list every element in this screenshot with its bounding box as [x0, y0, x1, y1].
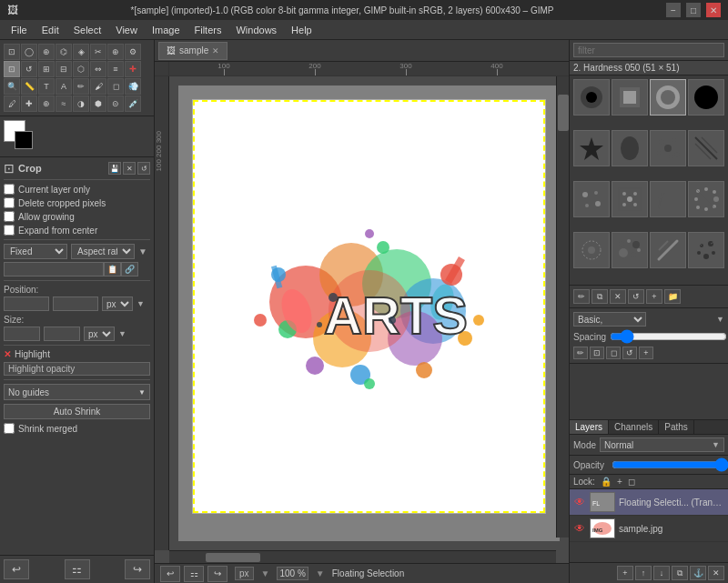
- unit-label[interactable]: px: [235, 567, 254, 580]
- tool-rotate[interactable]: ↺: [21, 61, 37, 77]
- tool-zoom[interactable]: 🔍: [4, 78, 20, 95]
- brush-item-13[interactable]: [573, 232, 610, 268]
- tool-scissors[interactable]: ✂: [90, 44, 106, 60]
- tool-options-save[interactable]: 💾: [108, 162, 121, 175]
- preset-arrow[interactable]: ▼: [716, 315, 724, 324]
- tool-move[interactable]: ✛: [125, 61, 141, 77]
- brush-action-5[interactable]: +: [639, 347, 653, 359]
- size-unit-select[interactable]: px: [84, 327, 115, 341]
- size-unit-arrow[interactable]: ▼: [118, 329, 126, 338]
- shrink-merged-checkbox[interactable]: [4, 423, 15, 434]
- tool-blend[interactable]: ⊝: [107, 95, 124, 112]
- canvas-scrollbar-bottom[interactable]: [169, 550, 556, 563]
- layer-item-sample[interactable]: 👁 IMG sample.jpg: [570, 516, 728, 542]
- brush-item-1[interactable]: [573, 79, 610, 116]
- tool-pencil[interactable]: ✏: [73, 78, 89, 95]
- undo-button[interactable]: ↩: [4, 559, 29, 579]
- brush-item-6[interactable]: [612, 130, 648, 166]
- tool-options-delete[interactable]: ✕: [123, 162, 136, 175]
- tool-align[interactable]: ≡: [107, 61, 124, 77]
- highlight-opacity-input[interactable]: 50.0: [114, 364, 146, 374]
- aspect-ratio-select[interactable]: Aspect ratio: [71, 244, 135, 259]
- redo-button[interactable]: ↪: [125, 559, 150, 579]
- crop-value-copy-btn[interactable]: 📋: [104, 262, 121, 276]
- restore-button[interactable]: ⚏: [65, 559, 90, 579]
- scrollbar-thumb-right[interactable]: [558, 95, 569, 131]
- position-x-input[interactable]: 167: [4, 297, 49, 311]
- tab-layers[interactable]: Layers: [570, 420, 609, 434]
- allow-growing-checkbox[interactable]: [4, 211, 15, 222]
- minimize-button[interactable]: −: [666, 3, 681, 17]
- layers-mode-select[interactable]: Normal ▼: [600, 437, 724, 452]
- brush-item-5[interactable]: [573, 130, 610, 166]
- undo-history-btn[interactable]: ↩: [160, 566, 180, 582]
- tool-smudge[interactable]: ≈: [56, 95, 72, 112]
- brush-action-4[interactable]: ↺: [622, 347, 637, 359]
- position-unit-select[interactable]: px: [102, 297, 133, 311]
- size-w-input[interactable]: 0: [4, 327, 40, 341]
- spacing-slider[interactable]: [610, 329, 727, 344]
- brush-item-14[interactable]: [612, 232, 648, 268]
- menu-select[interactable]: Select: [66, 23, 109, 37]
- brush-action-3[interactable]: ◻: [606, 347, 621, 359]
- lock-position-icon[interactable]: +: [617, 477, 622, 487]
- color-swatches[interactable]: [4, 120, 36, 153]
- layer-visibility-sample[interactable]: 👁: [573, 522, 586, 535]
- tool-scale[interactable]: ⊞: [38, 61, 55, 77]
- tool-clone[interactable]: ⊕: [38, 95, 55, 112]
- raise-layer-btn[interactable]: ↑: [635, 566, 652, 580]
- brush-item-15[interactable]: [650, 232, 686, 268]
- brush-item-2[interactable]: [612, 79, 648, 116]
- menu-file[interactable]: File: [4, 23, 35, 37]
- tool-perspective[interactable]: ⬡: [73, 61, 89, 77]
- canvas-tab-close[interactable]: ✕: [212, 46, 219, 55]
- tool-select-fuzzy[interactable]: ⌬: [56, 44, 72, 60]
- tool-eraser[interactable]: ◻: [107, 78, 124, 95]
- tool-flip[interactable]: ⇔: [90, 61, 106, 77]
- tool-options-reset[interactable]: ↺: [137, 162, 150, 175]
- brush-action-2[interactable]: ⊡: [590, 347, 604, 359]
- layer-item-floating[interactable]: 👁 FL Floating Selecti... (Transformation…: [570, 489, 728, 516]
- brush-duplicate-btn[interactable]: ⧉: [592, 289, 608, 304]
- tool-airbrush[interactable]: 💨: [125, 78, 141, 95]
- auto-shrink-button[interactable]: Auto Shrink: [4, 404, 150, 419]
- brush-edit-btn[interactable]: ✏: [573, 289, 590, 304]
- position-y-input[interactable]: -17: [53, 297, 98, 311]
- lock-pixels-icon[interactable]: 🔒: [601, 477, 612, 487]
- menu-edit[interactable]: Edit: [35, 23, 66, 37]
- tool-color-picker[interactable]: 💉: [125, 95, 141, 112]
- brush-item-12[interactable]: [688, 181, 724, 217]
- tab-channels[interactable]: Channels: [609, 420, 659, 434]
- brush-delete-btn[interactable]: ✕: [610, 289, 626, 304]
- brush-item-10[interactable]: [612, 181, 648, 217]
- position-unit-arrow[interactable]: ▼: [136, 299, 145, 308]
- tool-select-rect[interactable]: ⊡: [4, 44, 20, 60]
- delete-layer-btn[interactable]: ✕: [708, 566, 724, 580]
- crop-value-chain-btn[interactable]: 🔗: [121, 262, 138, 276]
- tool-ink[interactable]: 🖊: [4, 95, 20, 112]
- tool-select-color[interactable]: ◈: [73, 44, 89, 60]
- lock-alpha-icon[interactable]: ◻: [628, 477, 635, 487]
- guides-dropdown[interactable]: No guides ▼: [4, 384, 150, 400]
- menu-image[interactable]: Image: [145, 23, 187, 37]
- menu-filters[interactable]: Filters: [187, 23, 229, 37]
- crop-value-input[interactable]: 600:430: [4, 262, 104, 276]
- zoom-arrow[interactable]: ▼: [316, 568, 325, 578]
- redo-history-btn[interactable]: ↪: [207, 566, 228, 582]
- brush-item-9[interactable]: [573, 181, 610, 217]
- brush-item-7[interactable]: [650, 130, 686, 166]
- brush-refresh-btn[interactable]: ↺: [628, 289, 644, 304]
- brushes-filter-input[interactable]: [573, 43, 724, 57]
- tab-paths[interactable]: Paths: [659, 420, 694, 434]
- brush-add-btn[interactable]: +: [646, 289, 662, 304]
- brush-item-8[interactable]: [688, 130, 724, 166]
- scrollbar-thumb-bottom[interactable]: [206, 553, 260, 562]
- size-h-input[interactable]: 0: [44, 327, 80, 341]
- brush-action-1[interactable]: ✏: [573, 347, 588, 359]
- brush-item-11[interactable]: f: [650, 181, 686, 217]
- new-layer-btn[interactable]: +: [617, 566, 633, 580]
- fixed-select[interactable]: Fixed: [4, 244, 67, 259]
- canvas-viewport[interactable]: ARTS: [169, 76, 569, 550]
- zoom-value-label[interactable]: 100 %: [277, 567, 308, 580]
- opacity-slider[interactable]: [612, 457, 728, 472]
